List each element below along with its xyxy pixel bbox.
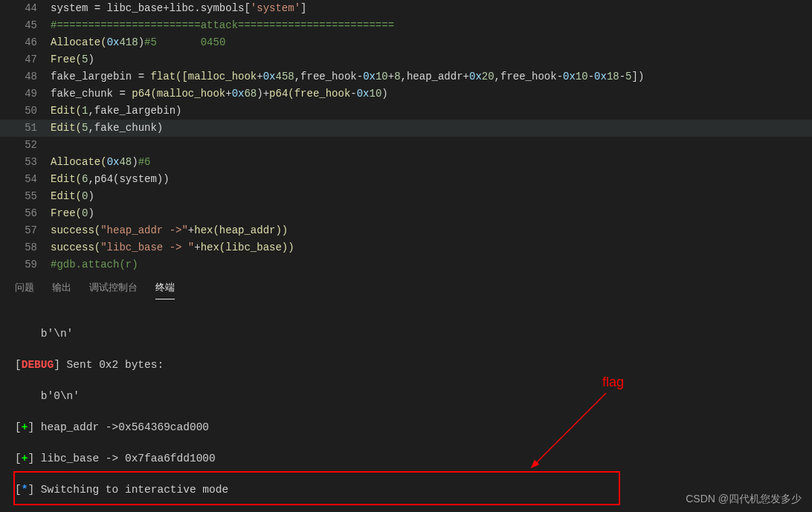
tab-output[interactable]: 输出 (52, 281, 71, 299)
panel-tabs: 问题 输出 调试控制台 终端 (0, 273, 812, 305)
terminal-line: [+] libc_base -> 0x7faa6fdd1000 (15, 451, 797, 467)
terminal-line: b'\n' (15, 326, 797, 342)
watermark: CSDN @四代机您发多少 (686, 493, 802, 506)
tab-debug-console[interactable]: 调试控制台 (89, 281, 138, 299)
tab-terminal[interactable]: 终端 (155, 281, 175, 299)
code-editor: 44system = libc_base+libc.symbols['syste… (0, 0, 812, 273)
terminal-line: [*] Switching to interactive mode (15, 482, 797, 498)
terminal-line: [+] heap_addr ->0x564369cad000 (15, 420, 797, 435)
line-number: 44 (0, 0, 51, 17)
code-content: system = libc_base+libc.symbols['system'… (51, 0, 812, 17)
terminal-line: b'0\n' (15, 389, 797, 404)
terminal-panel[interactable]: b'\n' [DEBUG] Sent 0x2 bytes: b'0\n' [+]… (0, 305, 812, 512)
terminal-line: [DEBUG] Sent 0x2 bytes: (15, 357, 797, 373)
tab-problems[interactable]: 问题 (15, 281, 34, 299)
flag-annotation-label: flag (602, 375, 624, 390)
